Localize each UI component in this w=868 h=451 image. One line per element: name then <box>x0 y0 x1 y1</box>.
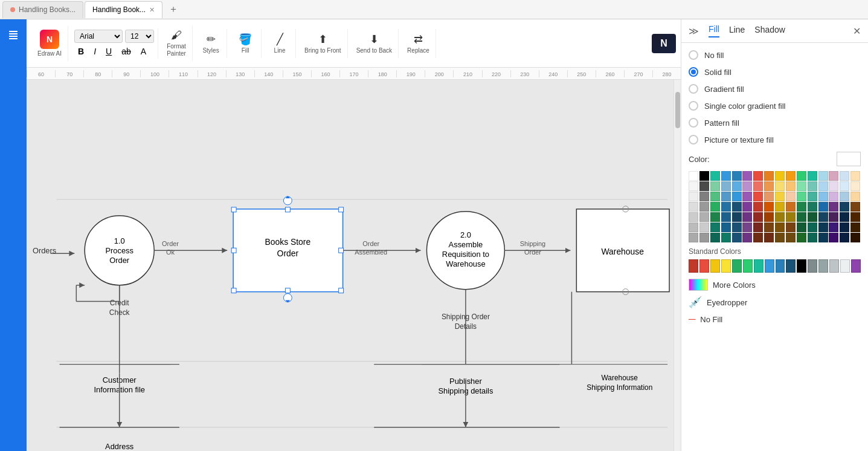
color-cell[interactable] <box>775 202 785 212</box>
eyedropper-row[interactable]: 💉 Eyedropper <box>689 296 861 309</box>
standard-color-cell[interactable] <box>840 259 850 273</box>
bring-to-front-button[interactable]: ⬆ Bring to Front <box>302 30 344 57</box>
standard-color-cell[interactable] <box>743 259 753 273</box>
vertical-scrollbar[interactable] <box>674 80 681 451</box>
color-cell[interactable] <box>689 222 698 232</box>
font-size-select[interactable]: 12 <box>125 30 154 43</box>
gradient-fill-option[interactable]: Gradient fill <box>689 84 861 94</box>
color-cell[interactable] <box>850 212 860 222</box>
color-cell[interactable] <box>689 181 698 191</box>
color-cell[interactable] <box>797 222 806 232</box>
styles-button[interactable]: ✏ Styles <box>199 30 223 57</box>
line-button[interactable]: ╱ Line <box>268 30 292 57</box>
color-cell[interactable] <box>753 202 763 212</box>
color-cell[interactable] <box>689 192 698 201</box>
color-cell[interactable] <box>753 192 763 201</box>
tab-handling-books-1[interactable]: Handling Books... <box>2 1 83 18</box>
color-cell[interactable] <box>742 202 752 212</box>
strikethrough-button[interactable]: ab <box>118 45 135 57</box>
font-family-select[interactable]: Arial <box>74 30 123 43</box>
picture-fill-radio[interactable] <box>689 135 698 144</box>
standard-color-cell[interactable] <box>754 259 764 273</box>
color-cell[interactable] <box>710 202 720 212</box>
color-cell[interactable] <box>818 233 828 242</box>
tab-close-icon[interactable]: ✕ <box>149 6 155 14</box>
color-cell[interactable] <box>818 181 828 191</box>
standard-color-cell[interactable] <box>710 259 720 273</box>
color-cell[interactable] <box>850 222 860 232</box>
panel-close-button[interactable]: ✕ <box>853 25 861 37</box>
font-color-button[interactable]: A <box>137 45 150 57</box>
color-cell[interactable] <box>775 233 785 242</box>
standard-color-cell[interactable] <box>829 259 839 273</box>
color-cell[interactable] <box>775 222 785 232</box>
color-cell[interactable] <box>689 233 698 242</box>
color-cell[interactable] <box>797 212 806 222</box>
solid-fill-option[interactable]: Solid fill <box>689 67 861 77</box>
color-cell[interactable] <box>829 171 838 181</box>
color-cell[interactable] <box>808 171 817 181</box>
color-cell[interactable] <box>699 192 709 201</box>
color-cell[interactable] <box>732 222 742 232</box>
color-cell[interactable] <box>753 181 763 191</box>
color-cell[interactable] <box>753 171 763 181</box>
scrollbar-thumb[interactable] <box>675 92 680 128</box>
no-fill-option[interactable]: No fill <box>689 50 861 60</box>
color-cell[interactable] <box>840 212 849 222</box>
color-cell[interactable] <box>721 192 731 201</box>
color-cell[interactable] <box>764 222 774 232</box>
color-cell[interactable] <box>840 181 849 191</box>
standard-color-cell[interactable] <box>786 259 796 273</box>
color-cell[interactable] <box>829 212 838 222</box>
color-cell[interactable] <box>710 222 720 232</box>
color-cell[interactable] <box>786 202 796 212</box>
color-cell[interactable] <box>850 171 860 181</box>
tab-fill[interactable]: Fill <box>709 24 719 37</box>
color-cell[interactable] <box>829 202 838 212</box>
color-cell[interactable] <box>710 233 720 242</box>
pattern-fill-option[interactable]: Pattern fill <box>689 118 861 128</box>
color-cell[interactable] <box>850 202 860 212</box>
single-gradient-radio[interactable] <box>689 101 698 111</box>
picture-fill-option[interactable]: Picture or texture fill <box>689 135 861 144</box>
standard-color-cell[interactable] <box>818 259 828 273</box>
color-cell[interactable] <box>786 171 796 181</box>
more-colors-row[interactable]: More Colors <box>689 279 861 291</box>
color-cell[interactable] <box>840 192 849 201</box>
color-cell[interactable] <box>689 212 698 222</box>
color-cell[interactable] <box>699 181 709 191</box>
color-cell[interactable] <box>732 171 742 181</box>
pattern-fill-radio[interactable] <box>689 118 698 128</box>
no-fill-row[interactable]: ─ No Fill <box>689 314 861 325</box>
color-swatch[interactable] <box>837 152 861 166</box>
color-cell[interactable] <box>732 233 742 242</box>
standard-color-cell[interactable] <box>851 259 861 273</box>
color-cell[interactable] <box>742 171 752 181</box>
standard-color-cell[interactable] <box>732 259 742 273</box>
color-cell[interactable] <box>764 192 774 201</box>
gradient-fill-radio[interactable] <box>689 84 698 94</box>
color-cell[interactable] <box>840 202 849 212</box>
color-cell[interactable] <box>732 212 742 222</box>
tab-handling-books-2[interactable]: Handling Book... ✕ <box>85 1 162 18</box>
solid-fill-radio[interactable] <box>689 67 698 77</box>
color-cell[interactable] <box>742 181 752 191</box>
color-cell[interactable] <box>797 233 806 242</box>
color-cell[interactable] <box>742 212 752 222</box>
underline-button[interactable]: U <box>102 45 115 57</box>
color-cell[interactable] <box>808 192 817 201</box>
color-cell[interactable] <box>808 233 817 242</box>
color-cell[interactable] <box>742 233 752 242</box>
color-cell[interactable] <box>710 192 720 201</box>
bold-button[interactable]: B <box>74 45 88 57</box>
nav-icon[interactable] <box>2 24 24 46</box>
color-cell[interactable] <box>786 212 796 222</box>
color-cell[interactable] <box>808 202 817 212</box>
color-cell[interactable] <box>775 171 785 181</box>
standard-color-cell[interactable] <box>808 259 817 273</box>
color-cell[interactable] <box>850 233 860 242</box>
color-cell[interactable] <box>699 202 709 212</box>
color-cell[interactable] <box>786 181 796 191</box>
color-cell[interactable] <box>699 222 709 232</box>
color-cell[interactable] <box>786 233 796 242</box>
